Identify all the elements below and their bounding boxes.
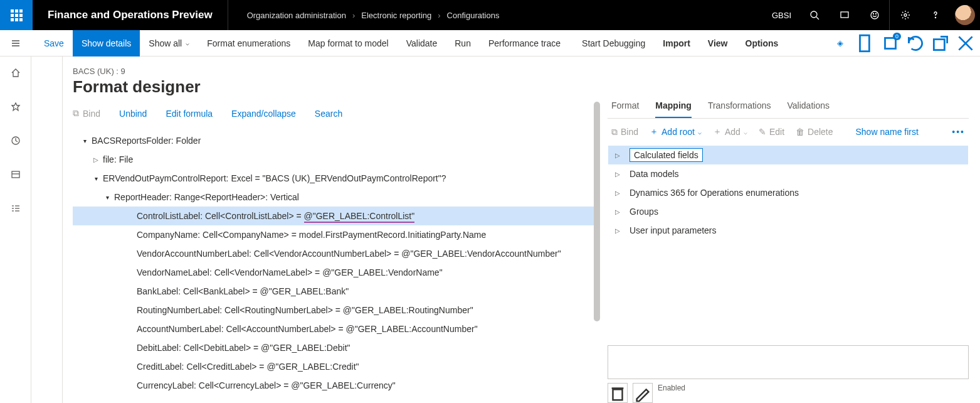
tree-label: ReportHeader: Range<ReportHeader>: Verti…	[114, 192, 299, 202]
avatar[interactable]	[955, 5, 975, 25]
datasource-row[interactable]: Groups	[608, 202, 968, 221]
search-button[interactable]: Search	[311, 108, 342, 119]
tree-row[interactable]: RoutingNumberLabel: Cell<RoutingNumberLa…	[73, 301, 595, 320]
app-launcher-button[interactable]	[0, 0, 33, 30]
chevron-down-icon: ⌵	[698, 129, 702, 136]
breadcrumb: Organization administration › Electronic…	[228, 11, 519, 20]
tab-validations[interactable]: Validations	[788, 100, 830, 118]
scrollbar[interactable]	[594, 102, 600, 321]
tree-arrow-icon[interactable]	[92, 175, 100, 182]
datasource-label: Dynamics 365 for Operations enumerations	[630, 188, 799, 198]
tree-arrow-icon[interactable]	[613, 171, 622, 178]
modules-icon[interactable]	[6, 198, 26, 218]
tree-arrow-icon[interactable]	[613, 152, 622, 159]
add-root-button[interactable]: ＋Add root⌵	[650, 126, 702, 137]
svg-point-3	[871, 11, 878, 19]
recent-icon[interactable]	[6, 131, 26, 151]
tree-row[interactable]: ERVendOutPaymControlReport: Excel = "BAC…	[73, 169, 595, 188]
company-code[interactable]: GBSI	[764, 11, 799, 20]
hamburger-button[interactable]	[0, 30, 31, 56]
tree-row[interactable]: VendorNameLabel: Cell<VendorNameLabel> =…	[73, 263, 595, 282]
start-debugging-button[interactable]: Start Debugging	[569, 30, 654, 56]
show-all-button[interactable]: Show all⌵	[140, 30, 198, 56]
format-enumerations-button[interactable]: Format enumerations	[198, 30, 299, 56]
tree-row[interactable]: CurrencyLabel: Cell<CurrencyLabel> = @"G…	[73, 376, 595, 395]
delete-formula-button[interactable]	[608, 383, 628, 403]
show-name-first-button[interactable]: Show name first	[855, 127, 918, 137]
home-icon[interactable]	[6, 63, 26, 83]
bind-ds-button[interactable]: ⧉Bind	[611, 127, 638, 137]
breadcrumb-item[interactable]: Electronic reporting	[361, 11, 431, 20]
import-button[interactable]: Import	[654, 30, 699, 56]
tree-arrow-icon[interactable]	[92, 156, 100, 163]
tree-row[interactable]: ControlListLabel: Cell<ControlListLabel>…	[73, 207, 595, 225]
expand-collapse-button[interactable]: Expand/collapse	[228, 108, 296, 119]
datasource-row[interactable]: Dynamics 365 for Operations enumerations	[608, 183, 968, 202]
gear-icon[interactable]	[890, 0, 920, 30]
tree-arrow-icon[interactable]	[613, 208, 622, 215]
tree-arrow-icon[interactable]	[613, 190, 622, 196]
help-icon[interactable]	[920, 0, 950, 30]
tab-transformations[interactable]: Transformations	[708, 100, 771, 118]
edit-formula-button[interactable]: Edit formula	[162, 108, 213, 119]
tree-row[interactable]: BACSReportsFolder: Folder	[73, 131, 595, 150]
edit-formula-button-2[interactable]	[633, 383, 653, 403]
tree-arrow-icon[interactable]	[613, 227, 622, 234]
tree-row[interactable]: ReportHeader: Range<ReportHeader>: Verti…	[73, 188, 595, 207]
workspaces-icon[interactable]	[6, 164, 26, 185]
tree-label: file: File	[103, 154, 133, 164]
format-tree[interactable]: BACSReportsFolder: Folderfile: FileERVen…	[73, 125, 595, 395]
star-icon[interactable]	[6, 97, 26, 117]
options-button[interactable]: Options	[737, 30, 788, 56]
breadcrumb-item[interactable]: Organization administration	[247, 11, 346, 20]
svg-rect-42	[613, 389, 623, 400]
view-button[interactable]: View	[699, 30, 737, 56]
more-icon[interactable]: •••	[952, 127, 965, 137]
popout-icon[interactable]	[930, 33, 951, 54]
tree-row[interactable]: file: File	[73, 150, 595, 169]
performance-trace-button[interactable]: Performance trace	[480, 30, 569, 56]
pencil-icon: ✎	[759, 127, 766, 137]
datasource-row[interactable]: User input parameters	[608, 221, 968, 240]
delete-ds-button[interactable]: 🗑Delete	[796, 127, 833, 137]
formula-input[interactable]	[608, 345, 969, 379]
tab-mapping[interactable]: Mapping	[655, 100, 692, 118]
tree-row[interactable]: BankLabel: Cell<BankLabel> = @"GER_LABEL…	[73, 282, 595, 301]
svg-rect-20	[885, 38, 896, 48]
datasource-row[interactable]: Calculated fields	[608, 146, 968, 164]
map-format-button[interactable]: Map format to model	[299, 30, 397, 56]
tree-arrow-icon[interactable]	[103, 194, 112, 201]
save-button[interactable]: Save	[31, 30, 73, 56]
close-icon[interactable]	[955, 33, 976, 54]
diamond-icon[interactable]: ◈	[830, 33, 851, 54]
breadcrumb-item[interactable]: Configurations	[447, 11, 500, 20]
tree-label: AccountNumberLabel: Cell<AccountNumberLa…	[137, 324, 478, 334]
add-ds-button[interactable]: ＋Add⌵	[713, 126, 747, 137]
tree-arrow-icon[interactable]	[80, 137, 89, 144]
datasource-row[interactable]: Data models	[608, 164, 968, 183]
run-button[interactable]: Run	[446, 30, 480, 56]
show-details-button[interactable]: Show details	[73, 30, 140, 56]
attach-icon[interactable]	[855, 33, 876, 54]
tree-row[interactable]: CreditLabel: Cell<CreditLabel> = @"GER_L…	[73, 357, 595, 376]
unbind-button[interactable]: Unbind	[115, 108, 147, 119]
edit-ds-button[interactable]: ✎Edit	[759, 127, 784, 137]
left-pane: BACS (UK) : 9 Format designer ⧉Bind Unbi…	[63, 56, 600, 403]
tree-row[interactable]: CompanyName: Cell<CompanyName> = model.F…	[73, 225, 595, 244]
tree-row[interactable]: AccountNumberLabel: Cell<AccountNumberLa…	[73, 320, 595, 338]
messages-icon[interactable]	[829, 0, 859, 30]
bind-button[interactable]: ⧉Bind	[73, 108, 100, 119]
smile-icon[interactable]	[859, 0, 889, 30]
tree-row[interactable]: VendorAccountNumberLabel: Cell<VendorAcc…	[73, 244, 595, 263]
cmdbar-search-button[interactable]	[787, 30, 804, 56]
datasource-tree[interactable]: Calculated fieldsData modelsDynamics 365…	[608, 145, 969, 240]
format-toolbar: ⧉Bind Unbind Edit formula Expand/collaps…	[73, 104, 595, 125]
search-icon[interactable]	[799, 0, 829, 30]
validate-button[interactable]: Validate	[398, 30, 446, 56]
refresh-icon[interactable]	[905, 33, 926, 54]
svg-rect-26	[12, 171, 19, 178]
notifications-icon[interactable]	[880, 33, 901, 54]
tree-label: VendorNameLabel: Cell<VendorNameLabel> =…	[137, 267, 443, 277]
tree-row[interactable]: DebitLabel: Cell<DebitLabel> = @"GER_LAB…	[73, 338, 595, 357]
tab-format[interactable]: Format	[611, 100, 639, 118]
